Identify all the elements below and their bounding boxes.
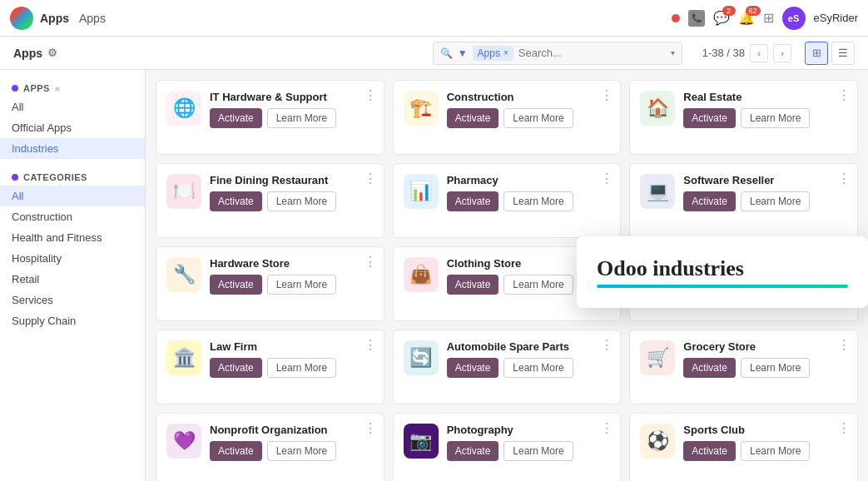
sidebar-cat-health[interactable]: Health and Fitness <box>0 227 145 248</box>
app-more-button[interactable]: ⋮ <box>364 337 377 353</box>
grid-apps-icon[interactable]: ⊞ <box>763 10 774 26</box>
app-name: Sports Club <box>683 424 847 436</box>
activate-button[interactable]: Activate <box>447 275 499 295</box>
view-toggle: ⊞ ☰ <box>805 42 855 65</box>
activate-button[interactable]: Activate <box>447 358 499 378</box>
apps-section-dot <box>12 85 18 92</box>
sidebar-cat-services[interactable]: Services <box>0 290 145 310</box>
learn-more-button[interactable]: Learn More <box>267 108 336 128</box>
app-icon: 💜 <box>166 424 201 459</box>
app-info: Fine Dining Restaurant Activate Learn Mo… <box>210 174 374 211</box>
learn-more-button[interactable]: Learn More <box>503 191 573 211</box>
activate-button[interactable]: Activate <box>210 275 262 295</box>
learn-more-button[interactable]: Learn More <box>741 441 810 461</box>
learn-more-button[interactable]: Learn More <box>267 275 336 295</box>
app-actions: Activate Learn More <box>683 441 847 461</box>
app-more-button[interactable]: ⋮ <box>364 420 377 436</box>
sidebar-cat-construction[interactable]: Construction <box>0 206 145 227</box>
next-page-button[interactable]: › <box>773 44 791 62</box>
app-more-button[interactable]: ⋮ <box>837 171 851 186</box>
app-actions: Activate Learn More <box>447 441 611 461</box>
learn-more-button[interactable]: Learn More <box>503 441 573 461</box>
app-actions: Activate Learn More <box>210 108 374 128</box>
app-card-header: 💜 Nonprofit Organization Activate Learn … <box>166 424 374 461</box>
sidebar-cat-all[interactable]: All <box>0 186 145 206</box>
app-name: Real Estate <box>683 91 847 103</box>
app-actions: Activate Learn More <box>683 108 847 128</box>
activate-button[interactable]: Activate <box>447 108 499 128</box>
activate-button[interactable]: Activate <box>447 191 499 211</box>
app-info: Construction Activate Learn More <box>447 91 611 128</box>
activate-button[interactable]: Activate <box>447 441 499 461</box>
phone-icon-wrapper[interactable]: 📞 <box>688 10 705 27</box>
app-card-header: 🔄 Automobile Spare Parts Activate Learn … <box>404 340 611 378</box>
activate-button[interactable]: Activate <box>210 441 262 461</box>
app-more-button[interactable]: ⋮ <box>600 87 613 103</box>
prev-page-button[interactable]: ‹ <box>750 44 768 62</box>
search-dropdown-icon[interactable]: ▾ <box>671 48 675 57</box>
app-more-button[interactable]: ⋮ <box>600 420 613 436</box>
activate-button[interactable]: Activate <box>683 108 736 128</box>
learn-more-button[interactable]: Learn More <box>503 108 573 128</box>
app-card: ⋮ 🏠 Real Estate Activate Learn More <box>629 80 858 155</box>
sidebar-item-official-apps[interactable]: Official Apps <box>0 117 145 138</box>
app-card: ⋮ 💜 Nonprofit Organization Activate Lear… <box>156 413 384 481</box>
settings-gear-icon[interactable]: ⚙ <box>47 47 57 59</box>
activity-icon-wrapper[interactable]: 🔔 62 <box>738 10 755 26</box>
learn-more-button[interactable]: Learn More <box>503 275 573 295</box>
learn-more-button[interactable]: Learn More <box>741 191 810 211</box>
list-view-button[interactable]: ☰ <box>831 42 855 65</box>
learn-more-button[interactable]: Learn More <box>267 191 336 211</box>
odoo-logo[interactable] <box>10 7 33 30</box>
app-icon: 🏠 <box>640 91 675 126</box>
app-info: Grocery Store Activate Learn More <box>683 340 847 378</box>
sidebar-item-industries[interactable]: Industries <box>0 138 145 159</box>
learn-more-button[interactable]: Learn More <box>741 108 810 128</box>
topbar: Apps Apps 📞 💬 2 🔔 62 ⊞ eS eSyRider <box>0 0 868 37</box>
app-more-button[interactable]: ⋮ <box>600 171 613 186</box>
app-more-button[interactable]: ⋮ <box>837 87 851 103</box>
learn-more-button[interactable]: Learn More <box>503 358 573 378</box>
activate-button[interactable]: Activate <box>683 191 736 211</box>
app-more-button[interactable]: ⋮ <box>837 420 851 436</box>
sidebar-cat-supply-chain[interactable]: Supply Chain <box>0 310 145 331</box>
grid-view-button[interactable]: ⊞ <box>805 42 828 65</box>
activate-button[interactable]: Activate <box>683 441 736 461</box>
sidebar-cat-hospitality[interactable]: Hospitality <box>0 248 145 269</box>
app-icon: 🛒 <box>640 340 675 375</box>
app-name: Hardware Store <box>210 257 374 270</box>
app-card-header: 🏛️ Law Firm Activate Learn More <box>166 340 374 378</box>
app-name: Photography <box>447 424 611 436</box>
activate-button[interactable]: Activate <box>210 358 262 378</box>
sidebar-collapse-button[interactable]: « <box>55 83 61 93</box>
apps-section-title: APPS « <box>0 80 145 97</box>
app-more-button[interactable]: ⋮ <box>364 254 377 270</box>
filter-tag-close-icon[interactable]: × <box>503 48 508 57</box>
activate-button[interactable]: Activate <box>210 191 262 211</box>
app-more-button[interactable]: ⋮ <box>600 337 613 353</box>
page-title: Apps ⚙ <box>13 47 57 60</box>
learn-more-button[interactable]: Learn More <box>741 358 810 378</box>
learn-more-button[interactable]: Learn More <box>267 441 336 461</box>
app-icon: 🍽️ <box>166 174 201 209</box>
app-icon: 🏛️ <box>166 340 201 375</box>
apps-section: APPS « All Official Apps Industries <box>0 80 145 159</box>
app-card-header: ⚽ Sports Club Activate Learn More <box>640 424 847 461</box>
learn-more-button[interactable]: Learn More <box>267 358 336 378</box>
app-actions: Activate Learn More <box>683 358 847 378</box>
avatar[interactable]: eS <box>782 7 806 30</box>
activate-button[interactable]: Activate <box>210 108 262 128</box>
chat-icon-wrapper[interactable]: 💬 2 <box>713 10 730 26</box>
filter-icon[interactable]: ▼ <box>458 47 468 59</box>
app-more-button[interactable]: ⋮ <box>364 87 377 103</box>
app-more-button[interactable]: ⋮ <box>837 337 851 353</box>
app-card: ⋮ 🍽️ Fine Dining Restaurant Activate Lea… <box>156 163 384 238</box>
sidebar-cat-retail[interactable]: Retail <box>0 269 145 290</box>
search-input[interactable] <box>518 47 666 59</box>
apps-menu[interactable]: Apps <box>79 12 106 25</box>
activate-button[interactable]: Activate <box>683 358 736 378</box>
app-icon: ⚽ <box>640 424 675 459</box>
app-more-button[interactable]: ⋮ <box>364 171 377 186</box>
app-info: Software Reseller Activate Learn More <box>683 174 847 211</box>
sidebar-item-all[interactable]: All <box>0 97 145 117</box>
